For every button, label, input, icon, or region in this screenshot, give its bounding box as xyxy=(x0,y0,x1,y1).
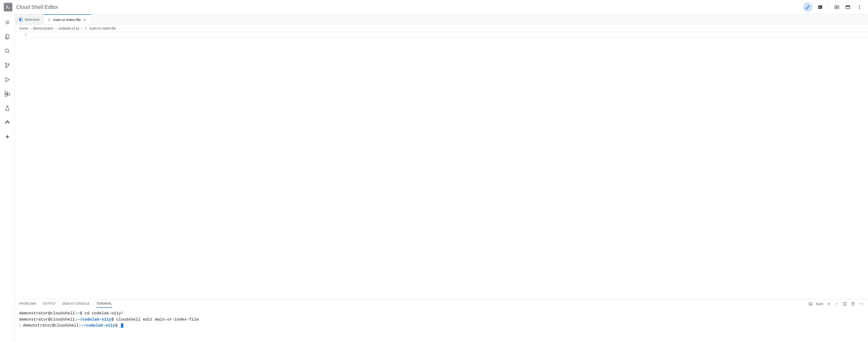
file-lines-icon xyxy=(84,26,88,30)
terminal-command: cloudshell edit main-or-index-file xyxy=(116,317,199,322)
extensions-tab[interactable] xyxy=(2,89,12,99)
panel-tab-row: PROBLEMS OUTPUT DEBUG CONSOLE TERMINAL b… xyxy=(15,300,868,308)
chevron-right-icon: › xyxy=(30,26,31,30)
panel-tab-debug-console[interactable]: DEBUG CONSOLE xyxy=(62,300,90,308)
svg-rect-16 xyxy=(19,18,21,21)
crumb[interactable]: demonstrator xyxy=(33,26,53,30)
tab-label: main-or-index-file xyxy=(53,18,81,22)
crumb[interactable]: home xyxy=(20,26,28,30)
terminal-shell-name[interactable]: bash xyxy=(816,302,823,306)
open-terminal-button[interactable] xyxy=(815,2,825,12)
tab-close-button[interactable] xyxy=(83,18,87,22)
editor-line[interactable] xyxy=(31,33,868,38)
new-terminal-button[interactable] xyxy=(826,301,831,307)
terminal-dropdown-button[interactable] xyxy=(834,301,839,307)
branch-icon xyxy=(4,62,10,68)
tab-welcome[interactable]: Welcome xyxy=(15,14,43,25)
dirty-indicator-icon xyxy=(19,324,22,327)
svg-point-9 xyxy=(5,63,6,64)
terminal-line: demonstrator@cloudshell:~$ cd codelab-o1… xyxy=(19,310,864,316)
panel-tab-output[interactable]: OUTPUT xyxy=(43,300,56,308)
crumb[interactable]: codelab-o11y xyxy=(58,26,79,30)
split-terminal-button[interactable] xyxy=(842,301,847,307)
terminal-separator: $ xyxy=(80,311,85,316)
activity-bar xyxy=(0,14,15,342)
svg-rect-0 xyxy=(818,5,822,9)
terminal-prompt: demonstrator@cloudshell: xyxy=(23,323,81,328)
svg-point-20 xyxy=(860,304,860,304)
split-icon xyxy=(843,302,847,306)
extensions-icon xyxy=(4,91,10,97)
chevron-down-icon xyxy=(835,302,838,306)
panel-more-button[interactable] xyxy=(859,301,864,307)
terminal-prompt: demonstrator@cloudshell: xyxy=(19,311,78,316)
chevron-right-icon: › xyxy=(81,26,82,30)
trash-icon xyxy=(851,302,855,306)
trash-terminal-button[interactable] xyxy=(850,301,856,307)
svg-rect-14 xyxy=(5,94,7,96)
more-menu-button[interactable] xyxy=(855,2,864,12)
svg-point-5 xyxy=(859,5,860,6)
main-area: Welcome main-or-index-file home › demons… xyxy=(15,14,868,342)
menu-toggle[interactable] xyxy=(2,17,12,28)
sparkle-icon xyxy=(4,134,10,140)
beaker-icon xyxy=(4,105,10,111)
crumb-file[interactable]: main-or-index-file xyxy=(89,26,116,30)
diamonds-icon xyxy=(4,119,10,125)
panel-tab-terminal[interactable]: TERMINAL xyxy=(96,300,112,308)
files-icon xyxy=(4,34,10,40)
plus-icon xyxy=(827,302,831,306)
terminal-separator: $ xyxy=(112,317,116,322)
terminal-command: cd codelab-o11y/ xyxy=(85,311,123,316)
line-number: 1 xyxy=(15,33,27,37)
svg-rect-17 xyxy=(21,18,22,21)
terminal-prompt: demonstrator@cloudshell: xyxy=(19,317,78,322)
code-editor[interactable]: 1 xyxy=(15,32,868,299)
terminal-path: ~ xyxy=(78,311,80,316)
search-icon xyxy=(4,48,10,54)
bottom-panel: PROBLEMS OUTPUT DEBUG CONSOLE TERMINAL b… xyxy=(15,299,868,342)
terminal-profile-icon xyxy=(808,301,813,307)
kebab-icon xyxy=(857,4,862,10)
breadcrumb: home › demonstrator › codelab-o11y › mai… xyxy=(15,25,868,32)
svg-point-10 xyxy=(5,66,6,68)
product-title: Cloud Shell Editor xyxy=(16,4,58,10)
open-new-window-button[interactable] xyxy=(844,3,852,11)
editor-content[interactable] xyxy=(31,32,868,299)
explorer-tab[interactable] xyxy=(2,31,12,42)
testing-tab[interactable] xyxy=(2,103,12,113)
tab-label: Welcome xyxy=(25,18,39,22)
ai-assist-tab[interactable] xyxy=(2,132,12,142)
line-number-gutter: 1 xyxy=(15,32,31,299)
ellipsis-icon xyxy=(859,302,863,306)
svg-point-12 xyxy=(5,81,6,82)
tab-main-file[interactable]: main-or-index-file xyxy=(43,14,91,25)
terminal-icon xyxy=(817,4,823,10)
cloud-code-tab[interactable] xyxy=(2,117,12,128)
terminal-line: demonstrator@cloudshell:~/codelab-o11y$ xyxy=(19,322,864,329)
open-editor-button[interactable] xyxy=(803,2,812,12)
header-right xyxy=(803,2,864,12)
source-control-tab[interactable] xyxy=(2,60,12,70)
terminal-path: ~/codelab-o11y xyxy=(81,323,115,328)
terminal-logo-icon xyxy=(5,4,11,10)
svg-point-21 xyxy=(861,304,862,304)
chevron-right-icon: › xyxy=(56,26,57,30)
preview-button[interactable] xyxy=(833,3,841,11)
eye-box-icon xyxy=(834,4,839,10)
close-icon xyxy=(83,18,86,22)
editor-tabs: Welcome main-or-index-file xyxy=(15,14,868,25)
product-logo xyxy=(4,3,12,11)
debug-tab[interactable] xyxy=(2,74,12,85)
svg-rect-4 xyxy=(846,5,850,7)
svg-rect-18 xyxy=(809,303,812,305)
panel-tab-problems[interactable]: PROBLEMS xyxy=(19,300,36,308)
svg-point-11 xyxy=(8,64,9,65)
search-tab[interactable] xyxy=(2,46,12,56)
welcome-icon xyxy=(19,18,23,22)
svg-rect-13 xyxy=(5,91,7,94)
terminal-body[interactable]: demonstrator@cloudshell:~$ cd codelab-o1… xyxy=(15,308,868,342)
svg-point-6 xyxy=(859,7,860,8)
terminal-line: demonstrator@cloudshell:~/codelab-o11y$ … xyxy=(19,316,864,323)
hamburger-icon xyxy=(5,20,10,25)
